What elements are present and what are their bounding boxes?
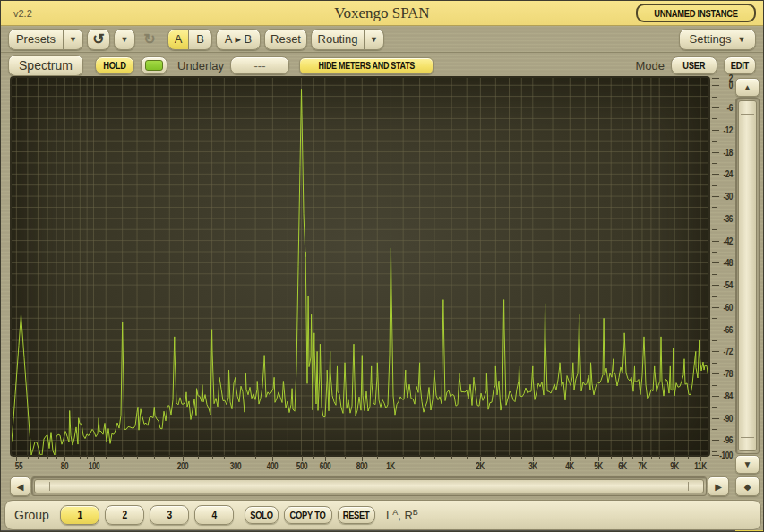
copy-to-button[interactable]: COPY TO bbox=[284, 506, 332, 524]
freq-label: 2K bbox=[470, 461, 489, 471]
freq-tick bbox=[106, 456, 107, 459]
scroll-down-button[interactable]: ▼ bbox=[735, 455, 760, 474]
db-tick bbox=[712, 85, 719, 86]
freq-label: 100 bbox=[84, 461, 103, 471]
db-tick bbox=[712, 396, 719, 397]
freq-label: 7K bbox=[632, 461, 651, 471]
mode-label: Mode bbox=[635, 59, 665, 73]
title-bar: v2.2 Voxengo SPAN UNNAMED INSTANCE bbox=[1, 1, 763, 26]
db-label: -72 bbox=[719, 347, 733, 356]
freq-label: 500 bbox=[292, 461, 311, 471]
db-tick bbox=[712, 274, 717, 275]
hide-meters-button[interactable]: HIDE METERS AND STATS bbox=[299, 57, 434, 74]
hold-button[interactable]: HOLD bbox=[95, 56, 134, 74]
ab-compare-b-button[interactable]: B bbox=[189, 29, 212, 50]
db-tick bbox=[712, 318, 717, 319]
routing-button[interactable]: Routing bbox=[311, 29, 365, 50]
settings-button[interactable]: Settings▼ bbox=[679, 29, 756, 50]
group-1-button[interactable]: 1 bbox=[60, 505, 99, 525]
v-scrollbar-thumb[interactable] bbox=[738, 100, 757, 451]
freq-tick bbox=[420, 456, 421, 459]
freq-tick bbox=[651, 456, 652, 459]
redo-button: ↻ bbox=[139, 29, 160, 50]
freq-tick bbox=[80, 456, 81, 459]
db-tick bbox=[712, 385, 717, 386]
routing-dropdown-button[interactable]: ▼ bbox=[365, 29, 384, 50]
scroll-right-button[interactable]: ▶ bbox=[708, 476, 729, 496]
db-tick bbox=[712, 429, 717, 430]
group-4-button[interactable]: 4 bbox=[194, 505, 234, 525]
group-2-button[interactable]: 2 bbox=[105, 505, 144, 525]
group-label: Group bbox=[14, 508, 49, 522]
db-label: -24 bbox=[719, 169, 733, 179]
freq-label: 9K bbox=[665, 461, 683, 471]
frequency-ruler: 55801002003004005006008001K2K3K4K5K6K7K9… bbox=[12, 456, 708, 475]
freq-label: 5K bbox=[588, 461, 607, 471]
freq-label: 6K bbox=[613, 461, 631, 471]
history-dropdown-button[interactable]: ▼ bbox=[114, 29, 135, 50]
undo-button[interactable]: ↺ bbox=[87, 29, 110, 50]
h-scrollbar-track[interactable] bbox=[31, 476, 707, 496]
scroll-up-button[interactable]: ▲ bbox=[735, 78, 760, 97]
v-scrollbar-track[interactable] bbox=[735, 98, 760, 454]
db-tick bbox=[712, 363, 717, 364]
freq-tick bbox=[28, 456, 29, 459]
instance-name-button[interactable]: UNNAMED INSTANCE bbox=[636, 4, 756, 22]
scroll-left-button[interactable]: ◀ bbox=[10, 476, 30, 496]
freq-tick bbox=[345, 456, 346, 459]
thumb-cap bbox=[49, 482, 50, 491]
mode-edit-button[interactable]: EDIT bbox=[724, 56, 756, 74]
h-scrollbar-thumb[interactable] bbox=[34, 479, 704, 493]
freq-tick bbox=[87, 456, 88, 459]
freq-tick bbox=[434, 456, 435, 459]
presets-dropdown-button[interactable]: ▼ bbox=[64, 29, 83, 50]
chevron-down-icon: ▼ bbox=[370, 35, 378, 44]
freq-tick bbox=[224, 456, 225, 459]
freq-tick bbox=[255, 456, 256, 459]
tab-spectrum[interactable]: Spectrum bbox=[8, 55, 83, 76]
solo-button[interactable]: SOLO bbox=[245, 506, 279, 524]
db-label: -84 bbox=[719, 391, 733, 401]
db-tick bbox=[712, 407, 717, 408]
db-tick bbox=[712, 455, 719, 456]
db-tick bbox=[712, 307, 719, 308]
undo-icon: ↺ bbox=[92, 30, 104, 47]
left-arrow-icon: ◀ bbox=[17, 482, 24, 492]
db-tick bbox=[712, 185, 717, 186]
chevron-down-icon: ▼ bbox=[121, 35, 129, 44]
ab-compare-a-button[interactable]: A bbox=[167, 29, 189, 50]
freq-tick bbox=[123, 456, 124, 459]
group-bar: Group 1 2 3 4 SOLO COPY TO RESET LA, RB bbox=[4, 500, 761, 530]
up-arrow-icon: ▲ bbox=[743, 82, 752, 92]
group-3-button[interactable]: 3 bbox=[150, 505, 189, 525]
db-label: -48 bbox=[719, 258, 733, 268]
spectrum-plot[interactable] bbox=[10, 76, 710, 457]
underlay-select-button[interactable]: --- bbox=[230, 56, 289, 74]
thumb-cap bbox=[741, 114, 754, 115]
presets-button[interactable]: Presets bbox=[8, 29, 64, 50]
db-label: -78 bbox=[719, 369, 733, 379]
mode-user-button[interactable]: USER bbox=[671, 56, 717, 74]
db-tick bbox=[712, 296, 717, 297]
freq-label: 600 bbox=[315, 461, 334, 471]
spectrum-curve-canvas[interactable] bbox=[12, 78, 708, 455]
db-label: -100 bbox=[719, 450, 733, 460]
thumb-cap bbox=[688, 482, 689, 491]
db-tick bbox=[712, 262, 719, 263]
zoom-resize-button[interactable]: ◆ bbox=[735, 476, 760, 496]
underlay-color-swatch-button[interactable] bbox=[141, 56, 167, 74]
copy-a-to-b-button[interactable]: A ▸ B bbox=[216, 29, 261, 50]
redo-icon: ↻ bbox=[143, 30, 155, 47]
db-tick bbox=[712, 418, 719, 419]
freq-tick bbox=[521, 456, 522, 459]
freq-tick bbox=[38, 456, 39, 459]
reset-button[interactable]: Reset bbox=[264, 29, 307, 50]
db-tick bbox=[712, 174, 719, 175]
db-tick bbox=[712, 351, 719, 352]
group-reset-button[interactable]: RESET bbox=[338, 506, 375, 524]
db-tick bbox=[712, 330, 719, 330]
db-tick bbox=[712, 141, 717, 142]
freq-tick bbox=[688, 456, 689, 459]
freq-tick bbox=[451, 456, 452, 459]
freq-tick bbox=[585, 456, 586, 459]
